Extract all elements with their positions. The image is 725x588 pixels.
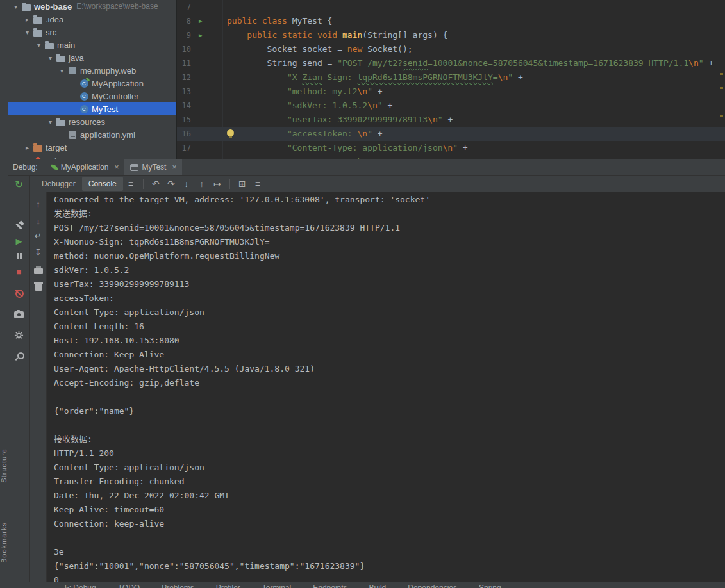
tab-console[interactable]: Console <box>82 177 123 191</box>
layout-menu-icon[interactable]: ≡ <box>123 179 138 189</box>
close-icon[interactable]: × <box>114 163 119 172</box>
view-options-icon[interactable]: ≡ <box>250 179 265 189</box>
chevron-down-icon[interactable]: ▾ <box>46 118 55 126</box>
show-execution-point-icon[interactable]: ↶ <box>148 179 163 189</box>
tab-mytest[interactable]: MyTest × <box>124 159 182 175</box>
console-line: 接收数据: <box>54 432 725 446</box>
down-stack-icon[interactable]: ↓ <box>33 216 44 226</box>
chevron-right-icon[interactable]: ▸ <box>22 144 32 151</box>
step-out-icon[interactable]: ↑ <box>194 179 210 189</box>
spring-leaf-icon <box>86 78 90 81</box>
console-line: {"order":"name"} <box>54 404 725 418</box>
toolwindow-button-problems[interactable]: Problems <box>162 584 194 588</box>
tab-debugger[interactable]: Debugger <box>35 177 82 191</box>
error-stripe-mark[interactable] <box>720 115 723 117</box>
tree-item-target[interactable]: ▸ target <box>8 141 176 154</box>
toolwindow-button-todo[interactable]: TODO <box>118 584 140 588</box>
chevron-down-icon[interactable]: ▾ <box>11 3 21 10</box>
line-number: 16 <box>177 127 194 141</box>
editor-line[interactable]: 14 "sdkVer: 1.0.5.2\n" + <box>177 99 725 113</box>
thread-dump-camera-icon[interactable] <box>14 309 24 319</box>
editor-line[interactable]: 13 "method: my.t2\n" + <box>177 85 725 99</box>
scroll-to-end-icon[interactable]: ↧ <box>33 247 44 257</box>
toolwindow-button-debug[interactable]: 5: Debug <box>65 584 96 588</box>
folder-icon <box>32 143 44 152</box>
pin-icon[interactable] <box>14 351 24 361</box>
run-class-icon[interactable]: ▶ <box>199 14 202 28</box>
build-hammer-icon[interactable] <box>14 220 24 231</box>
editor-line[interactable]: 9 ▶ public static void main(String[] arg… <box>177 28 725 42</box>
settings-gear-icon[interactable] <box>14 330 24 340</box>
tree-item-java[interactable]: ▾ java <box>8 51 176 64</box>
resume-icon[interactable]: ▶ <box>14 236 24 246</box>
editor-line[interactable]: 7 <box>177 0 725 14</box>
chevron-down-icon[interactable]: ▾ <box>22 29 32 36</box>
close-icon[interactable]: × <box>172 163 176 172</box>
console-line: accessToken: <box>54 291 725 306</box>
toolwindow-button-structure[interactable]: Structure <box>0 448 8 483</box>
chevron-down-icon[interactable]: ▾ <box>34 42 44 49</box>
editor-line[interactable]: 18 "Content-Length: 16\n" + <box>177 155 725 159</box>
editor-line[interactable]: 11 String send = "POST /my/t2?senid=1000… <box>177 56 725 70</box>
tree-item-mytest-selected[interactable]: MyTest <box>8 102 176 115</box>
toolwindow-button-dependencies[interactable]: Dependencies <box>408 584 457 588</box>
tree-item-package[interactable]: ▾ me.muphy.web <box>8 64 176 77</box>
step-into-icon[interactable]: ↓ <box>179 179 194 189</box>
soft-wrap-icon[interactable]: ↵ <box>33 231 44 241</box>
run-to-cursor-icon[interactable]: ↦ <box>210 179 225 189</box>
step-over-icon[interactable]: ↷ <box>163 179 179 189</box>
tree-item-src[interactable]: ▾ src <box>8 26 176 38</box>
tree-item-resources[interactable]: ▾ resources <box>8 115 176 128</box>
tree-item-mycontroller[interactable]: MyController <box>8 90 176 102</box>
restore-layout-icon[interactable]: ⊞ <box>235 179 250 189</box>
rerun-debug-icon[interactable]: ↻ <box>14 179 24 190</box>
chevron-right-icon[interactable]: ▸ <box>22 16 32 23</box>
editor-line[interactable]: 10 Socket socket = new Socket(); <box>177 42 725 56</box>
project-tree-panel[interactable]: ▾ web-base E:\workspace\web-base ▸ .idea… <box>8 0 177 159</box>
editor-gutter <box>194 127 222 141</box>
console-line: Date: Thu, 22 Dec 2022 02:00:42 GMT <box>54 489 725 503</box>
stop-icon[interactable]: ■ <box>14 266 24 277</box>
debug-tool-window: ↻ ▶ ■ Debugger Console ≡ ↶ ↷ ↓ <box>8 176 725 582</box>
toolwindow-button-spring[interactable]: Spring <box>479 584 501 588</box>
line-number: 9 <box>177 28 194 42</box>
yaml-file-icon <box>67 131 78 139</box>
chevron-down-icon[interactable]: ▾ <box>57 67 67 74</box>
tree-item-label: MyApplication <box>92 79 144 88</box>
toolwindow-button-terminal[interactable]: Terminal <box>262 584 291 588</box>
editor-line-current[interactable]: 16 "accessToken: \n" + <box>177 127 725 141</box>
tree-item-application-yml[interactable]: application.yml <box>8 128 176 141</box>
run-main-icon[interactable]: ▶ <box>199 28 202 42</box>
editor-gutter: ▶ <box>194 28 222 42</box>
editor-line[interactable]: 12 "X-Zian-Sign: tqpRd6s11B8msPGRNOFTMU3… <box>177 70 725 85</box>
tree-item-label: java <box>69 53 84 63</box>
pause-icon[interactable] <box>14 251 24 261</box>
up-stack-icon[interactable]: ↑ <box>33 199 44 209</box>
mute-breakpoints-icon[interactable] <box>14 288 24 298</box>
tree-item-myapplication[interactable]: MyApplication <box>8 77 176 90</box>
editor-panel[interactable]: 7 8 ▶ public class MyTest { 9 ▶ public s… <box>177 0 725 159</box>
editor-line[interactable]: 17 "Content-Type: application/json\n" + <box>177 141 725 155</box>
editor-line[interactable]: 8 ▶ public class MyTest { <box>177 14 725 28</box>
tree-item-idea[interactable]: ▸ .idea <box>8 13 176 26</box>
toolwindow-button-profiler[interactable]: Profiler <box>216 584 240 588</box>
line-number: 7 <box>177 0 194 14</box>
main-column: ▾ web-base E:\workspace\web-base ▸ .idea… <box>8 0 725 588</box>
print-icon[interactable] <box>33 264 44 274</box>
toolwindow-button-build[interactable]: Build <box>369 584 387 588</box>
tree-item-web-base[interactable]: ▾ web-base E:\workspace\web-base <box>8 0 176 13</box>
tab-myapplication[interactable]: MyApplication × <box>46 159 125 175</box>
tree-item-main[interactable]: ▾ main <box>8 38 176 51</box>
error-stripe-mark[interactable] <box>720 87 723 89</box>
intention-bulb-icon[interactable] <box>227 129 234 136</box>
chevron-down-icon[interactable]: ▾ <box>46 54 55 61</box>
toolwindow-button-endpoints[interactable]: Endpoints <box>313 584 347 588</box>
tree-item-gitignore[interactable]: .gitignore <box>8 154 176 159</box>
error-stripe-mark[interactable] <box>720 73 723 75</box>
console-output[interactable]: Connected to the target VM, address: '12… <box>47 192 725 582</box>
editor-line[interactable]: 15 "userTax: 339902999999789113\n" + <box>177 113 725 127</box>
toolbar-separator <box>229 179 230 189</box>
clear-console-icon[interactable] <box>33 281 44 291</box>
project-path: E:\workspace\web-base <box>76 2 158 11</box>
toolwindow-button-bookmarks[interactable]: Bookmarks <box>0 522 8 563</box>
